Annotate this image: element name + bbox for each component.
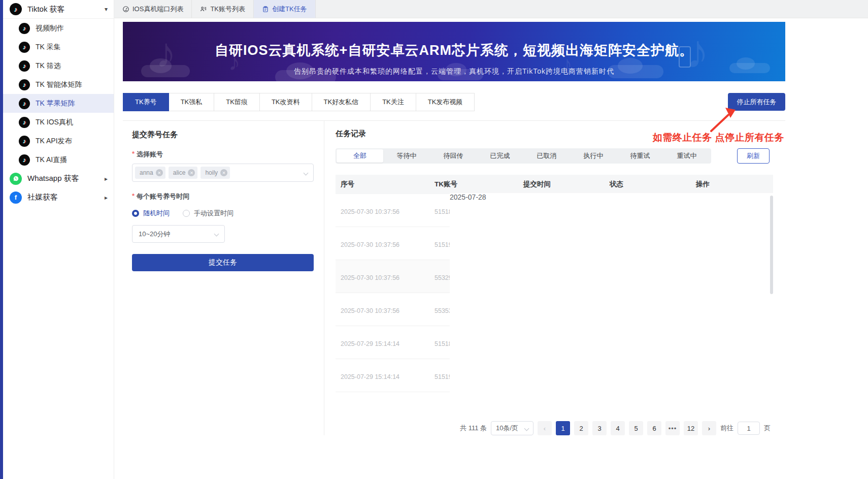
sidebar: ♪Tiktok 获客▾♪视频制作♪TK 采集♪TK 筛选♪TK 智能体矩阵♪TK…: [3, 0, 114, 479]
close-icon[interactable]: ×: [188, 169, 195, 176]
required-mark: *: [132, 150, 135, 159]
radio-option[interactable]: 随机时间: [132, 209, 170, 218]
filter-tab[interactable]: 等待中: [383, 149, 430, 163]
refresh-button[interactable]: 刷新: [737, 148, 770, 164]
close-icon[interactable]: ×: [156, 169, 163, 176]
cell-id: 19126: [336, 407, 435, 410]
filter-tab[interactable]: 重试中: [663, 149, 710, 163]
radio-option[interactable]: 手动设置时间: [183, 209, 233, 218]
page-button[interactable]: 6: [647, 421, 661, 435]
sidebar-item-tk-ai-live[interactable]: ♪TK AI直播: [3, 150, 114, 169]
column-header: 状态: [610, 180, 696, 189]
sidebar-item-label: TK AI直播: [36, 155, 67, 165]
table-scrollbar[interactable]: [770, 196, 773, 294]
sidebar-item-label: Whatsapp 获客: [27, 174, 79, 183]
ellipsis-button[interactable]: •••: [665, 421, 680, 435]
sidebar-item-social-media-huoke[interactable]: f社媒获客▸: [3, 188, 114, 207]
sidebar-item-label: TK 采集: [36, 43, 61, 52]
sidebar-item-tk-api-publish[interactable]: ♪TK API发布: [3, 132, 114, 150]
radio-unselected-icon: [183, 210, 190, 217]
records-table: 序号TK账号提交时间状态操作 192782025-07-30 10:37:56h…: [336, 175, 773, 412]
filter-tab[interactable]: 全部: [337, 149, 383, 163]
cell-id: 192352025-07-29 15:14:14: [336, 337, 435, 347]
account-label: * 选择账号: [132, 150, 314, 159]
task-type-tab[interactable]: TK好友私信: [312, 93, 371, 111]
topbar-tab-label: 创建TK任务: [272, 5, 307, 14]
cell-id: 192362025-07-29 15:14:14: [336, 370, 435, 380]
next-page-button[interactable]: ›: [702, 421, 716, 435]
filter-tab[interactable]: 已取消: [523, 149, 570, 163]
cell-submit-time: 2025-07-28: [523, 407, 610, 410]
tag-label: anna: [140, 169, 153, 176]
sidebar-item-whatsapp-huoke[interactable]: Whatsapp 获客▸: [3, 169, 114, 188]
sidebar-item-tk-agent-matrix[interactable]: ♪TK 智能体矩阵: [3, 75, 114, 94]
filter-tab[interactable]: 待回传: [430, 149, 477, 163]
sidebar-item-tk-filter[interactable]: ♪TK 筛选: [3, 56, 114, 75]
page-button[interactable]: 12: [684, 421, 698, 435]
page-button[interactable]: 5: [629, 421, 643, 435]
topbar-tab-label: IOS真机端口列表: [132, 5, 183, 14]
tiktok-icon: ♪: [19, 79, 30, 90]
sidebar-item-label: 视频制作: [36, 24, 64, 33]
annotation-arrow-icon: [708, 107, 740, 133]
sidebar-item-tk-apple-matrix[interactable]: ♪TK 苹果矩阵: [3, 94, 114, 113]
page-button[interactable]: 4: [611, 421, 625, 435]
column-header: 操作: [696, 180, 773, 189]
goto-page-input[interactable]: [738, 422, 760, 435]
form-title: 提交养号任务: [132, 130, 314, 140]
row-date: 2025-07-28: [450, 193, 773, 412]
duration-select[interactable]: 10~20分钟: [132, 225, 225, 243]
banner-subtitle: 告别昂贵的硬件成本和繁琐的网络配置，云端管理，真机环境，开启TikTok跨境电商…: [123, 67, 785, 76]
sidebar-item-tk-collect[interactable]: ♪TK 采集: [3, 38, 114, 56]
page-button[interactable]: 1: [556, 421, 570, 435]
topbar-tab-ios-port-list[interactable]: IOS真机端口列表: [114, 0, 192, 18]
page-button[interactable]: 2: [574, 421, 588, 435]
tiktok-icon: ♪: [19, 42, 30, 53]
goto-label: 前往: [720, 424, 733, 433]
sidebar-item-label: TK 苹果矩阵: [36, 99, 75, 108]
caret-right-icon: ▸: [105, 175, 108, 182]
sidebar-item-label: TK IOS真机: [36, 118, 73, 127]
filter-tab[interactable]: 执行中: [570, 149, 617, 163]
banner: ♪ ♪ ♪ ♪ 自研IOS云真机系统+自研安卓云ARM芯片系统，短视频出海矩阵安…: [123, 22, 785, 81]
page-button[interactable]: 3: [592, 421, 607, 435]
prev-page-button[interactable]: ‹: [538, 421, 552, 435]
submit-task-form: 提交养号任务 * 选择账号 anna×alice×hoily× * 每个账号养号…: [123, 121, 324, 435]
filter-tab[interactable]: 已完成: [477, 149, 523, 163]
task-type-tab[interactable]: TK养号: [123, 93, 169, 111]
task-records: 任务记录 全部等待中待回传已完成已取消执行中待重试重试中 刷新 序号TK账号提交…: [324, 121, 786, 435]
page-size-select[interactable]: 10条/页: [491, 421, 533, 435]
filter-tab[interactable]: 待重试: [617, 149, 663, 163]
task-type-tab[interactable]: TK发布视频: [416, 93, 475, 111]
row-id-time: 2025-07-30 10:37:56: [341, 208, 435, 215]
topbar: IOS真机端口列表TK账号列表创建TK任务: [114, 0, 868, 18]
clipboard-icon: [262, 6, 269, 13]
topbar-tab-tk-account-list[interactable]: TK账号列表: [192, 0, 254, 18]
topbar-tabs: IOS真机端口列表TK账号列表创建TK任务: [114, 0, 316, 18]
pagination: 共 111 条 10条/页 ‹ 123456•••12 › 前往 页: [336, 421, 771, 435]
tiktok-icon: ♪: [19, 23, 30, 34]
radio-selected-icon: [132, 210, 139, 217]
sidebar-item-label: 社媒获客: [27, 193, 58, 202]
close-icon[interactable]: ×: [220, 169, 227, 176]
filter-row: 全部等待中待回传已完成已取消执行中待重试重试中 刷新: [336, 148, 773, 164]
whatsapp-icon: [10, 173, 22, 185]
task-type-tab[interactable]: TK关注: [371, 93, 416, 111]
row-id-time: 2025-07-30 10:37:56: [341, 274, 435, 281]
row-id-time: 2025-07-30 10:37:56: [341, 307, 435, 314]
account-multiselect[interactable]: anna×alice×hoily×: [132, 164, 314, 182]
task-tab-row: TK养号TK强私TK留痕TK改资料TK好友私信TK关注TK发布视频 停止所有任务: [123, 93, 785, 111]
sidebar-item-tiktok-huoke[interactable]: ♪Tiktok 获客▾: [3, 0, 114, 19]
sidebar-item-video-production[interactable]: ♪视频制作: [3, 19, 114, 38]
topbar-tab-create-tk-task[interactable]: 创建TK任务: [254, 0, 316, 18]
cell-id: 192812025-07-30 10:37:56: [336, 304, 435, 314]
table-row: 19126hhh2025-07-28已完成删除: [336, 392, 773, 412]
sidebar-item-tk-ios-device[interactable]: ♪TK IOS真机: [3, 113, 114, 132]
radio-label: 手动设置时间: [194, 209, 233, 218]
task-type-tab[interactable]: TK改资料: [260, 93, 312, 111]
time-label-text: 每个账号养号时间: [137, 192, 189, 201]
task-type-tabs: TK养号TK强私TK留痕TK改资料TK好友私信TK关注TK发布视频: [123, 93, 475, 111]
submit-task-button[interactable]: 提交任务: [132, 254, 314, 271]
task-type-tab[interactable]: TK留痕: [214, 93, 260, 111]
task-type-tab[interactable]: TK强私: [169, 93, 215, 111]
